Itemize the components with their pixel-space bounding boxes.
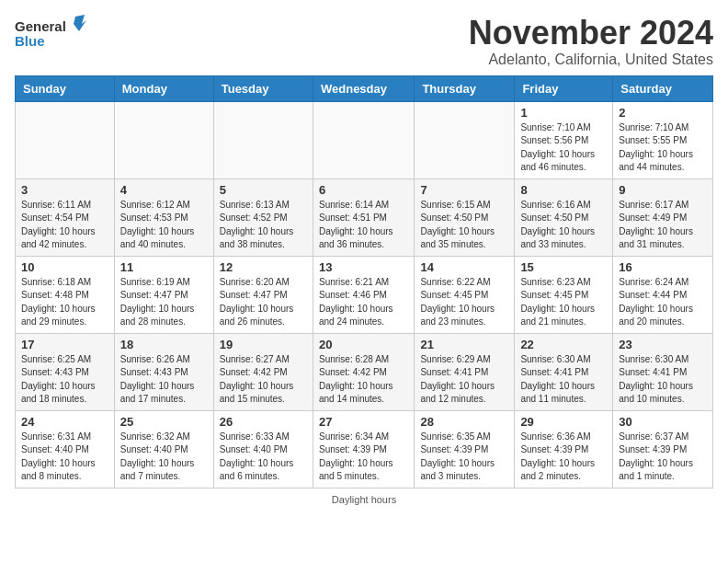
day-number: 18 (120, 338, 208, 351)
calendar-header-row: SundayMondayTuesdayWednesdayThursdayFrid… (16, 75, 713, 101)
page-header: GeneralBlue November 2024 Adelanto, Cali… (15, 15, 713, 68)
calendar-day: 4Sunrise: 6:12 AM Sunset: 4:53 PM Daylig… (114, 178, 213, 256)
calendar-day: 15Sunrise: 6:23 AM Sunset: 4:45 PM Dayli… (515, 256, 613, 333)
day-info: Sunrise: 7:10 AM Sunset: 5:56 PM Dayligh… (520, 121, 607, 175)
day-number: 29 (520, 415, 607, 429)
day-info: Sunrise: 6:12 AM Sunset: 4:53 PM Dayligh… (120, 199, 208, 252)
calendar-day: 12Sunrise: 6:20 AM Sunset: 4:47 PM Dayli… (213, 256, 313, 333)
column-header-saturday: Saturday (613, 75, 713, 101)
day-info: Sunrise: 6:27 AM Sunset: 4:42 PM Dayligh… (220, 353, 307, 407)
calendar-day: 27Sunrise: 6:34 AM Sunset: 4:39 PM Dayli… (313, 410, 414, 488)
column-header-friday: Friday (515, 75, 613, 101)
svg-text:Blue: Blue (15, 33, 45, 49)
day-info: Sunrise: 6:30 AM Sunset: 4:41 PM Dayligh… (619, 353, 707, 407)
calendar-day: 20Sunrise: 6:28 AM Sunset: 4:42 PM Dayli… (313, 333, 414, 410)
day-info: Sunrise: 6:28 AM Sunset: 4:42 PM Dayligh… (319, 353, 408, 407)
calendar-day: 14Sunrise: 6:22 AM Sunset: 4:45 PM Dayli… (415, 256, 515, 333)
calendar-table: SundayMondayTuesdayWednesdayThursdayFrid… (15, 75, 713, 488)
day-number: 19 (220, 338, 307, 351)
svg-marker-1 (74, 15, 86, 31)
day-info: Sunrise: 6:33 AM Sunset: 4:40 PM Dayligh… (220, 431, 307, 484)
calendar-day: 17Sunrise: 6:25 AM Sunset: 4:43 PM Dayli… (16, 333, 115, 410)
day-info: Sunrise: 6:31 AM Sunset: 4:40 PM Dayligh… (21, 431, 108, 484)
day-info: Sunrise: 6:21 AM Sunset: 4:46 PM Dayligh… (319, 276, 408, 329)
column-header-tuesday: Tuesday (213, 75, 313, 101)
day-number: 14 (420, 260, 508, 274)
calendar-week-2: 3Sunrise: 6:11 AM Sunset: 4:54 PM Daylig… (16, 178, 713, 256)
day-info: Sunrise: 6:22 AM Sunset: 4:45 PM Dayligh… (420, 276, 508, 329)
calendar-week-5: 24Sunrise: 6:31 AM Sunset: 4:40 PM Dayli… (16, 410, 713, 488)
daylight-label: Daylight hours (332, 494, 396, 505)
day-info: Sunrise: 6:25 AM Sunset: 4:43 PM Dayligh… (21, 353, 108, 407)
day-number: 24 (21, 415, 108, 429)
day-number: 1 (520, 106, 607, 120)
day-number: 4 (120, 183, 208, 197)
calendar-day: 28Sunrise: 6:35 AM Sunset: 4:39 PM Dayli… (415, 410, 515, 488)
calendar-day: 30Sunrise: 6:37 AM Sunset: 4:39 PM Dayli… (613, 410, 713, 488)
calendar-day: 24Sunrise: 6:31 AM Sunset: 4:40 PM Dayli… (16, 410, 115, 488)
day-info: Sunrise: 6:35 AM Sunset: 4:39 PM Dayligh… (420, 431, 508, 484)
day-info: Sunrise: 6:11 AM Sunset: 4:54 PM Dayligh… (21, 199, 108, 252)
logo-svg: GeneralBlue (15, 15, 88, 53)
calendar-day: 19Sunrise: 6:27 AM Sunset: 4:42 PM Dayli… (213, 333, 313, 410)
calendar-day (114, 101, 213, 178)
calendar-day: 23Sunrise: 6:30 AM Sunset: 4:41 PM Dayli… (613, 333, 713, 410)
calendar-day: 18Sunrise: 6:26 AM Sunset: 4:43 PM Dayli… (114, 333, 213, 410)
day-number: 5 (220, 183, 307, 197)
calendar-day: 11Sunrise: 6:19 AM Sunset: 4:47 PM Dayli… (114, 256, 213, 333)
day-number: 28 (420, 415, 508, 429)
day-info: Sunrise: 6:29 AM Sunset: 4:41 PM Dayligh… (420, 353, 508, 407)
calendar-day (213, 101, 313, 178)
calendar-day: 29Sunrise: 6:36 AM Sunset: 4:39 PM Dayli… (515, 410, 613, 488)
column-header-monday: Monday (114, 75, 213, 101)
day-number: 2 (619, 106, 707, 120)
day-number: 3 (21, 183, 108, 197)
day-info: Sunrise: 6:24 AM Sunset: 4:44 PM Dayligh… (619, 276, 707, 329)
logo: GeneralBlue (15, 15, 88, 53)
calendar-day: 7Sunrise: 6:15 AM Sunset: 4:50 PM Daylig… (415, 178, 515, 256)
day-info: Sunrise: 6:30 AM Sunset: 4:41 PM Dayligh… (520, 353, 607, 407)
day-number: 8 (520, 183, 607, 197)
day-number: 22 (520, 338, 607, 351)
calendar-day: 25Sunrise: 6:32 AM Sunset: 4:40 PM Dayli… (114, 410, 213, 488)
calendar-footer: Daylight hours (15, 494, 713, 505)
day-number: 17 (21, 338, 108, 351)
calendar-day (16, 101, 115, 178)
day-number: 21 (420, 338, 508, 351)
day-number: 11 (120, 260, 208, 274)
calendar-day: 16Sunrise: 6:24 AM Sunset: 4:44 PM Dayli… (613, 256, 713, 333)
calendar-week-1: 1Sunrise: 7:10 AM Sunset: 5:56 PM Daylig… (16, 101, 713, 178)
svg-text:General: General (15, 18, 66, 34)
day-number: 27 (319, 415, 408, 429)
column-header-thursday: Thursday (415, 75, 515, 101)
day-number: 20 (319, 338, 408, 351)
day-number: 9 (619, 183, 707, 197)
day-number: 15 (520, 260, 607, 274)
day-info: Sunrise: 6:26 AM Sunset: 4:43 PM Dayligh… (120, 353, 208, 407)
day-info: Sunrise: 6:16 AM Sunset: 4:50 PM Dayligh… (520, 199, 607, 252)
day-number: 16 (619, 260, 707, 274)
day-number: 25 (120, 415, 208, 429)
day-number: 30 (619, 415, 707, 429)
day-number: 23 (619, 338, 707, 351)
day-info: Sunrise: 6:36 AM Sunset: 4:39 PM Dayligh… (520, 431, 607, 484)
day-info: Sunrise: 7:10 AM Sunset: 5:55 PM Dayligh… (619, 121, 707, 175)
location-subtitle: Adelanto, California, United States (469, 52, 713, 68)
day-info: Sunrise: 6:14 AM Sunset: 4:51 PM Dayligh… (319, 199, 408, 252)
month-year-title: November 2024 (469, 15, 713, 52)
column-header-wednesday: Wednesday (313, 75, 414, 101)
calendar-day: 8Sunrise: 6:16 AM Sunset: 4:50 PM Daylig… (515, 178, 613, 256)
calendar-day: 3Sunrise: 6:11 AM Sunset: 4:54 PM Daylig… (16, 178, 115, 256)
day-info: Sunrise: 6:32 AM Sunset: 4:40 PM Dayligh… (120, 431, 208, 484)
calendar-day: 10Sunrise: 6:18 AM Sunset: 4:48 PM Dayli… (16, 256, 115, 333)
day-number: 7 (420, 183, 508, 197)
column-header-sunday: Sunday (16, 75, 115, 101)
calendar-day: 26Sunrise: 6:33 AM Sunset: 4:40 PM Dayli… (213, 410, 313, 488)
day-info: Sunrise: 6:18 AM Sunset: 4:48 PM Dayligh… (21, 276, 108, 329)
day-info: Sunrise: 6:17 AM Sunset: 4:49 PM Dayligh… (619, 199, 707, 252)
day-info: Sunrise: 6:20 AM Sunset: 4:47 PM Dayligh… (220, 276, 307, 329)
day-number: 12 (220, 260, 307, 274)
day-number: 10 (21, 260, 108, 274)
calendar-day: 1Sunrise: 7:10 AM Sunset: 5:56 PM Daylig… (515, 101, 613, 178)
calendar-day (313, 101, 414, 178)
